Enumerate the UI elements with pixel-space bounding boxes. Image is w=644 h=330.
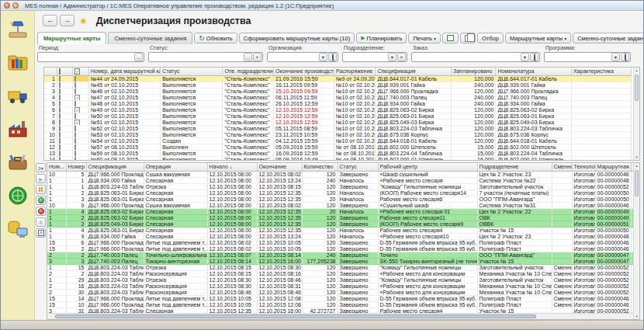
qty-cell[interactable]: 120 [302,214,338,221]
route-card-cell[interactable]: 00-00000050 [595,227,631,233]
checkbox-cell[interactable] [73,125,89,131]
number-cell[interactable]: 10 [47,202,66,208]
shift-task-cell[interactable] [552,245,572,252]
status-cell[interactable]: Завершено [338,283,378,289]
column-header[interactable]: Технологиче... [572,163,595,171]
op-number-cell[interactable]: 2 [66,252,86,258]
table-row[interactable]: 11№54 от 02.10.2015Создан"Сталь-Комплекс… [44,137,632,144]
qty-cell[interactable]: 240 [302,177,338,183]
specification-cell[interactable]: ДЦ7.740.003 Палец [376,94,452,100]
characteristic-cell[interactable] [571,144,631,150]
start-cell[interactable]: 12.10.2015 08:14 [207,258,257,264]
op-number-cell[interactable]: 4 [66,227,86,233]
column-header[interactable]: ✓ [73,68,89,75]
sidebar-item-administration[interactable] [5,217,30,241]
department-cell[interactable]: "Сталь-Комплекс" [223,88,274,94]
work-center-cell[interactable]: «Рабочее место для консервации [378,270,477,276]
period-field-input[interactable]: ... [37,52,144,62]
op-number-cell[interactable]: 30 [66,289,86,295]
status-cell[interactable]: Выполняется [161,88,223,94]
status-cell[interactable]: Завершено [338,270,378,276]
order-cell[interactable]: № от 08.10.2015 [334,144,376,150]
end-cell[interactable]: 12.10.2015 08:31 [257,283,302,289]
forward-button[interactable]: → [60,15,74,26]
sidebar-item-production[interactable] [5,117,30,141]
specification-cell[interactable]: ДЦ6.602.000-01 Штепсель [376,156,452,161]
settings-button[interactable]: ∗ [36,217,46,227]
shift-task-cell[interactable] [552,258,572,264]
start-cell[interactable]: 12.10.2015 08:30 [207,283,257,289]
qty-cell[interactable]: 120 [302,295,338,301]
qty-cell[interactable]: 120 [302,227,338,233]
card-number-cell[interactable]: №60 от 08.10.2015 [88,156,160,161]
order-cell[interactable]: №10 от 02.10.2015 [334,119,376,125]
tech-process-cell[interactable]: Изготовлен... [572,221,595,227]
planned-qty-cell[interactable]: 240,000 [451,94,495,100]
row-number-cell[interactable]: 4 [44,94,57,100]
route-card-cell[interactable]: 00-00000052 [595,270,631,276]
order-cell[interactable]: №10 от 02.10.2015 [334,82,376,88]
tech-process-cell[interactable]: Изготовлен... [572,289,595,295]
op-number-cell[interactable]: 2 [66,214,86,221]
nomenclature-cell[interactable]: ДЦ8.825.049-03 Бирка [496,119,572,125]
operation-cell[interactable]: Слесарная [144,227,207,233]
dropdown-button[interactable]: ▾ [611,53,620,61]
specification-cell[interactable]: ДЦ6.644.017-01 Кабель [376,75,452,82]
checkbox[interactable] [59,151,61,157]
start-cell[interactable]: 12.10.2015 08:46 [207,289,257,295]
qty-cell[interactable]: 120 [302,233,338,239]
number-cell[interactable]: 1 [47,227,66,233]
status-cell[interactable]: Выполняется [161,125,223,131]
column-header[interactable]: Запланировано [451,68,495,75]
card-number-cell[interactable]: №59 от 08.10.2015 [88,150,160,156]
route-card-cell[interactable]: 00-00000047 [595,252,631,258]
route-card-cell[interactable]: 00-00000052 [595,289,631,295]
tech-process-cell[interactable]: Изготовлен... [572,264,595,270]
end-cell[interactable]: 12.10.2015 08:02 [257,202,302,208]
order-cell[interactable]: №10 от 02.10.2015 [334,125,376,131]
characteristic-cell[interactable] [571,125,631,131]
order-field-input[interactable]: ▾ [411,52,540,62]
planned-qty-cell[interactable]: 120,000 [451,113,495,119]
status-cell[interactable]: Завершено [338,171,378,177]
number-cell[interactable]: 2 [47,289,66,295]
specification-cell[interactable]: ДЦ6.602.000 Штепсель [376,144,452,150]
characteristic-cell[interactable] [571,100,631,106]
specification-cell[interactable]: ДЦ8.803.224-03 Табличка [86,276,144,283]
table-row[interactable]: 19ДЦ8.934.000 ГайкаСлесарная12.10.2015 0… [47,233,640,239]
open-button[interactable] [621,53,629,61]
checkbox-cell[interactable]: ✓ [73,94,89,100]
checkbox-cell[interactable] [57,106,73,113]
planned-qty-cell[interactable]: 16,000 [451,156,495,161]
table-row[interactable]: 5№48 от 02.10.2015Выполняется"Сталь-Комп… [44,100,632,106]
specification-cell[interactable]: ДЦ7.966.000 Прокладка [86,245,144,252]
favorite-star-icon[interactable]: ★ [79,16,88,26]
status-cell[interactable]: Завершено [338,245,378,252]
planned-qty-cell[interactable]: 120,000 [451,88,495,94]
production-end-cell[interactable]: 06.11.2015 11:59 [274,94,334,100]
characteristic-cell[interactable] [571,113,631,119]
specification-cell[interactable]: ДЦ8.803.224-03 Табличка [86,289,144,295]
checkbox-cell[interactable]: ✓ [73,119,89,125]
checkbox-cell[interactable] [73,137,89,144]
column-header[interactable]: Ном... [47,163,66,171]
status-cell[interactable]: Выполняется [161,106,223,113]
department-cell[interactable]: Система Участок №31 [477,202,552,208]
work-center-cell[interactable]: D-55 Германия объем впрыска 95 куб. см. … [378,245,477,252]
table-row[interactable]: 152ДЦ7.966.000 ПрокладкаЛитье под давлен… [47,245,640,252]
number-cell[interactable]: 15 [47,239,66,245]
lower-vertical-scrollbar[interactable]: ▲▼ [633,163,639,319]
table-row[interactable]: 1№44 от 24.09.2015Выполняется"Сталь-Комп… [44,75,632,82]
qty-cell[interactable]: 120 [302,283,338,289]
end-cell[interactable]: 12.10.2015 08:02 [257,171,302,177]
row-number-cell[interactable]: 14 [44,156,57,161]
specification-cell[interactable]: ДЦ7.966.000 Прокладка [86,239,144,245]
route-cards-menu-button[interactable]: Маршрутные карты▾ [505,33,571,43]
department-cell[interactable]: "Сталь-Комплекс" [223,82,274,88]
work-center-cell[interactable]: Рабочее место слесаря6 [378,196,477,202]
checkbox-cell[interactable] [73,75,89,82]
window-menu-icon[interactable] [12,2,19,9]
start-cell[interactable]: 12.10.2015 08:15 [207,264,257,270]
view-mode-button[interactable]: ≡▾ [36,163,46,172]
tech-process-cell[interactable]: Изготовлен... [572,276,595,283]
